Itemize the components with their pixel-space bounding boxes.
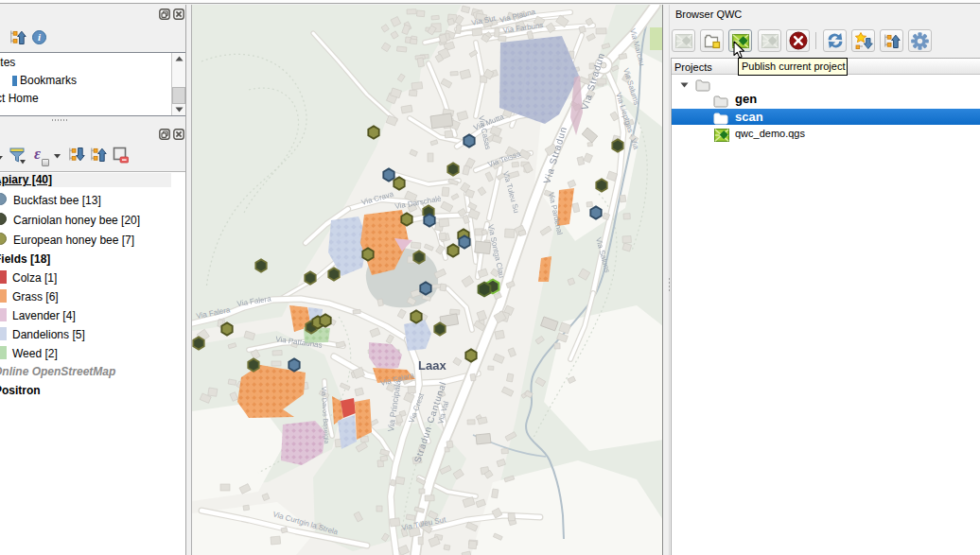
svg-text:Laax: Laax xyxy=(418,358,446,373)
